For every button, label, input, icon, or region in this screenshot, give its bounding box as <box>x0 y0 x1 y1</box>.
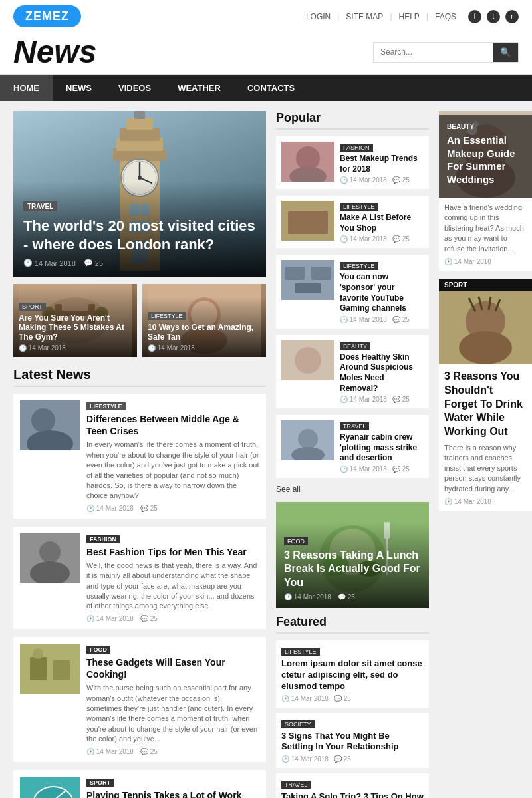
sidebar-beauty-tag: BEAUTY <box>447 123 524 130</box>
popular-title-3: Does Healthy Skin Around Suspicious Mole… <box>340 352 424 394</box>
svg-point-42 <box>296 146 320 170</box>
svg-rect-5 <box>134 111 145 119</box>
news-item-3[interactable]: SPORT Playing Tennis Takes a Lot of Work… <box>13 770 266 798</box>
nav-videos[interactable]: VIDEOS <box>105 75 164 101</box>
small-card-0[interactable]: SPORT Are You Sure You Aren't Making The… <box>13 284 137 357</box>
sidebar-sport-desc: There is a reason why trainers and coach… <box>444 443 527 494</box>
featured-item-2[interactable]: TRAVEL Taking A Solo Trip? 3 Tips On How… <box>276 773 429 798</box>
faqs-link[interactable]: FAQS <box>435 12 456 21</box>
hero-date: 🕑 14 Mar 2018 <box>23 259 76 267</box>
site-title: News <box>13 36 96 68</box>
news-title-2: These Gadgets Will Easen Your Cooking! <box>86 656 259 680</box>
popular-title: Popular <box>276 111 429 130</box>
small-card-meta-1: 🕑 14 Mar 2018 <box>148 344 261 352</box>
svg-point-51 <box>295 347 321 374</box>
popular-title-2: You can now 'sponsor' your favorite YouT… <box>340 272 424 313</box>
popular-meta-0: 🕑 14 Mar 2018 💬 25 <box>340 176 424 184</box>
svg-point-10 <box>138 176 142 180</box>
news-tag-2: FOOD <box>86 646 110 654</box>
sidebar-sport-title: 3 Reasons You Shouldn't Forget To Drink … <box>444 370 527 439</box>
feat-title-0: Lorem ipsum dolor sit amet conse ctetur … <box>281 658 424 692</box>
popular-meta-2: 🕑 14 Mar 2018 💬 25 <box>340 316 424 323</box>
rss-icon[interactable]: r <box>505 10 519 23</box>
news-item-0[interactable]: LIFESTYLE Differences Between Middle Age… <box>13 394 266 519</box>
svg-rect-34 <box>30 657 47 680</box>
svg-rect-47 <box>285 267 305 280</box>
svg-rect-4 <box>126 118 153 130</box>
news-title-0: Differences Between Middle Age & Teen Cr… <box>86 413 259 437</box>
food-card-meta: 🕑 14 Mar 2018 💬 25 <box>284 593 421 600</box>
search-input[interactable] <box>374 43 493 61</box>
popular-title-1: Make A List Before You Shop <box>340 213 424 233</box>
popular-tag-3: BEAUTY <box>340 342 370 350</box>
feat-tag-2: TRAVEL <box>281 781 311 789</box>
facebook-icon[interactable]: f <box>468 10 481 23</box>
feat-tag-0: LIFESTYLE <box>281 648 320 656</box>
sidebar-beauty-card[interactable]: BEAUTY An Essential Makeup Guide For Sum… <box>439 111 532 271</box>
news-desc-2: With the purse being such an essential p… <box>86 683 259 744</box>
hero-article[interactable]: TRAVEL The world's 20 most visited citie… <box>13 111 266 277</box>
small-card-meta-0: 🕑 14 Mar 2018 <box>19 344 132 352</box>
svg-rect-48 <box>311 267 331 280</box>
hero-title: The world's 20 most visited cities - whe… <box>23 217 256 255</box>
popular-meta-1: 🕑 14 Mar 2018 💬 25 <box>340 235 424 243</box>
sidebar-beauty-desc: Have a friend's wedding coming up in thi… <box>444 203 527 254</box>
food-card-tag: FOOD <box>284 537 308 545</box>
search-button[interactable]: 🔍 <box>493 43 518 62</box>
svg-rect-35 <box>53 660 70 680</box>
nav-news[interactable]: NEWS <box>53 75 105 101</box>
main-nav: HOME NEWS VIDEOS WEATHER CONTACTS <box>0 75 532 101</box>
news-content-1: FASHION Best Fashion Tips for Men This Y… <box>86 533 259 622</box>
news-title-1: Best Fashion Tips for Men This Year <box>86 546 259 558</box>
small-cards: SPORT Are You Sure You Aren't Making The… <box>13 284 266 357</box>
latest-news-title: Latest News <box>13 367 266 387</box>
featured-item-0[interactable]: LIFESTYLE Lorem ipsum dolor sit amet con… <box>276 640 429 708</box>
news-tag-3: SPORT <box>86 779 114 787</box>
left-column: TRAVEL The world's 20 most visited citie… <box>13 111 266 798</box>
featured-title: Featured <box>276 615 429 634</box>
food-card-title: 3 Reasons Taking A Lunch Break Is Actual… <box>284 549 421 590</box>
news-title-3: Playing Tennis Takes a Lot of Work <box>86 789 259 798</box>
popular-tag-0: FASHION <box>340 144 373 152</box>
sidebar-sport-card[interactable]: SPORT 3 Reasons You Shouldn't Forget <box>439 279 532 511</box>
popular-meta-3: 🕑 14 Mar 2018 💬 25 <box>340 396 424 403</box>
popular-meta-4: 🕑 14 Mar 2018 💬 25 <box>340 466 424 473</box>
popular-title-4: Ryanair cabin crew 'plotting mass strike… <box>340 432 424 464</box>
search-box: 🔍 <box>373 42 519 63</box>
svg-point-53 <box>298 429 318 449</box>
sitemap-link[interactable]: SITE MAP <box>346 12 383 21</box>
news-content-3: SPORT Playing Tennis Takes a Lot of Work… <box>86 777 259 798</box>
popular-item-3[interactable]: BEAUTY Does Healthy Skin Around Suspicio… <box>276 335 429 408</box>
popular-item-0[interactable]: FASHION Best Makeup Trends for 2018 🕑 14… <box>276 136 429 189</box>
news-content-0: LIFESTYLE Differences Between Middle Age… <box>86 400 259 512</box>
help-link[interactable]: HELP <box>399 12 420 21</box>
popular-tag-4: TRAVEL <box>340 422 369 430</box>
sidebar-sport-tag-bar: SPORT <box>439 279 532 291</box>
popular-item-2[interactable]: LIFESTYLE You can now 'sponsor' your fav… <box>276 255 429 328</box>
news-content-2: FOOD These Gadgets Will Easen Your Cooki… <box>86 644 259 755</box>
twitter-icon[interactable]: t <box>487 10 500 23</box>
svg-point-31 <box>39 541 61 563</box>
sidebar-sport-meta: 🕑 14 Mar 2018 <box>444 498 527 505</box>
news-item-1[interactable]: FASHION Best Fashion Tips for Men This Y… <box>13 527 266 629</box>
top-links: LOGIN | SITE MAP | HELP | FAQS f t r <box>306 10 519 23</box>
small-card-1[interactable]: LIFESTYLE 10 Ways to Get an Amazing, Saf… <box>142 284 266 357</box>
feat-meta-1: 🕑 14 Mar 2018 💬 25 <box>281 755 424 763</box>
nav-weather[interactable]: WEATHER <box>164 75 234 101</box>
popular-item-4[interactable]: TRAVEL Ryanair cabin crew 'plotting mass… <box>276 415 429 478</box>
popular-see-all[interactable]: See all <box>276 485 429 494</box>
svg-rect-33 <box>20 644 80 694</box>
featured-item-1[interactable]: SOCIETY 3 Signs That You Might Be Settli… <box>276 713 429 769</box>
popular-tag-1: LIFESTYLE <box>340 203 378 211</box>
popular-item-1[interactable]: LIFESTYLE Make A List Before You Shop 🕑 … <box>276 196 429 248</box>
news-item-2[interactable]: FOOD These Gadgets Will Easen Your Cooki… <box>13 637 266 762</box>
hero-comments: 💬 25 <box>84 259 103 267</box>
svg-point-28 <box>31 408 55 432</box>
logo[interactable]: ZEMEZ <box>13 5 81 27</box>
nav-contacts[interactable]: CONTACTS <box>234 75 308 101</box>
news-desc-0: In every woman's life there comes a mome… <box>86 440 259 501</box>
nav-home[interactable]: HOME <box>0 75 53 101</box>
food-card[interactable]: FOOD 3 Reasons Taking A Lunch Break Is A… <box>276 502 429 608</box>
hero-meta: 🕑 14 Mar 2018 💬 25 <box>23 259 256 267</box>
login-link[interactable]: LOGIN <box>306 12 331 21</box>
